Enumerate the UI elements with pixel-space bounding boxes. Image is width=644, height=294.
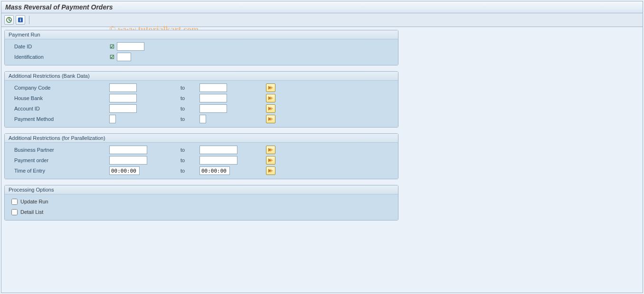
content-area: Payment Run Date ID ☑ Identification ☑ A… bbox=[1, 27, 643, 229]
payment-method-label: Payment Method bbox=[9, 116, 109, 122]
account-id-label: Account ID bbox=[9, 106, 109, 111]
multi-select-icon bbox=[268, 147, 274, 152]
page-title: Mass Reversal of Payment Orders bbox=[1, 1, 643, 13]
company-code-from-input[interactable] bbox=[109, 83, 137, 92]
multi-select-icon bbox=[268, 158, 274, 163]
account-id-from-input[interactable] bbox=[109, 104, 137, 113]
group-header: Processing Options bbox=[5, 185, 398, 194]
payment-method-from-input[interactable] bbox=[109, 115, 116, 123]
to-label: to bbox=[180, 106, 199, 111]
group-header: Additional Restrictions (Bank Data) bbox=[5, 72, 398, 81]
business-partner-from-input[interactable] bbox=[109, 146, 147, 154]
payment-order-to-input[interactable] bbox=[199, 156, 237, 165]
payment-order-label: Payment order bbox=[9, 157, 109, 163]
company-code-label: Company Code bbox=[9, 85, 109, 91]
payment-method-to-input[interactable] bbox=[199, 115, 206, 123]
to-label: to bbox=[180, 168, 199, 174]
group-payment-run: Payment Run Date ID ☑ Identification ☑ bbox=[4, 30, 398, 65]
to-label: to bbox=[180, 116, 199, 122]
group-header: Payment Run bbox=[5, 30, 398, 39]
identification-input[interactable] bbox=[117, 53, 131, 61]
payment-method-select-button[interactable] bbox=[266, 115, 275, 123]
group-header: Additional Restrictions (for Paralleliza… bbox=[5, 134, 398, 143]
toolbar-separator bbox=[29, 16, 29, 24]
svg-rect-4 bbox=[20, 18, 21, 19]
detail-list-label: Detail List bbox=[20, 209, 43, 215]
multi-select-icon bbox=[268, 85, 274, 90]
identification-label: Identification bbox=[9, 54, 109, 60]
time-of-entry-select-button[interactable] bbox=[266, 166, 275, 175]
update-run-label: Update Run bbox=[20, 199, 48, 204]
account-id-to-input[interactable] bbox=[199, 104, 227, 113]
time-of-entry-label: Time of Entry bbox=[9, 168, 109, 174]
house-bank-to-input[interactable] bbox=[199, 94, 227, 102]
to-label: to bbox=[180, 157, 199, 163]
group-bank-data: Additional Restrictions (Bank Data) Comp… bbox=[4, 71, 398, 128]
time-of-entry-from-input[interactable] bbox=[109, 166, 140, 175]
to-label: to bbox=[180, 85, 199, 91]
multi-select-icon bbox=[268, 117, 274, 121]
group-processing-options: Processing Options Update Run Detail Lis… bbox=[4, 185, 398, 220]
to-label: to bbox=[180, 95, 199, 101]
group-parallelization: Additional Restrictions (for Paralleliza… bbox=[4, 133, 398, 179]
svg-line-2 bbox=[9, 20, 10, 21]
info-icon bbox=[17, 17, 24, 23]
house-bank-select-button[interactable] bbox=[266, 94, 275, 102]
update-run-checkbox[interactable] bbox=[11, 199, 18, 205]
payment-order-select-button[interactable] bbox=[266, 156, 275, 165]
execute-button[interactable] bbox=[4, 15, 14, 25]
payment-order-from-input[interactable] bbox=[109, 156, 147, 165]
house-bank-label: House Bank bbox=[9, 95, 109, 101]
company-code-select-button[interactable] bbox=[266, 83, 275, 92]
multi-select-icon bbox=[268, 106, 274, 111]
time-of-entry-to-input[interactable] bbox=[199, 166, 230, 175]
house-bank-from-input[interactable] bbox=[109, 94, 137, 102]
detail-list-checkbox[interactable] bbox=[11, 209, 18, 215]
account-id-select-button[interactable] bbox=[266, 104, 275, 113]
date-id-input[interactable] bbox=[117, 42, 144, 51]
multi-select-icon bbox=[268, 168, 274, 173]
toolbar bbox=[1, 13, 643, 27]
business-partner-to-input[interactable] bbox=[199, 146, 237, 154]
multi-select-icon bbox=[268, 96, 274, 101]
business-partner-label: Business Partner bbox=[9, 147, 109, 153]
svg-rect-5 bbox=[20, 19, 21, 21]
company-code-to-input[interactable] bbox=[199, 83, 227, 92]
business-partner-select-button[interactable] bbox=[266, 146, 275, 154]
execute-icon bbox=[6, 17, 12, 23]
required-icon: ☑ bbox=[109, 54, 115, 60]
to-label: to bbox=[180, 147, 199, 153]
window: Mass Reversal of Payment Orders © www.tu… bbox=[1, 1, 643, 293]
info-button[interactable] bbox=[16, 15, 25, 25]
date-id-label: Date ID bbox=[9, 44, 109, 49]
required-icon: ☑ bbox=[109, 44, 115, 49]
